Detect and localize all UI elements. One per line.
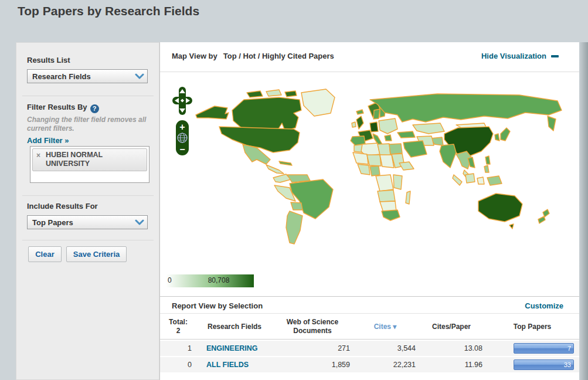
table-row: 0 ALL FIELDS 1,859 22,231 11.96 33 bbox=[160, 357, 580, 372]
country-greenland bbox=[301, 89, 335, 116]
country-usa bbox=[219, 127, 300, 152]
documents-header-line2: Documents bbox=[273, 327, 352, 335]
report-view-title: Report View by Selection bbox=[172, 301, 263, 310]
map-view-prefix: Map View by bbox=[172, 52, 217, 60]
col-header-cites-per-paper: Cites/Paper bbox=[418, 317, 485, 340]
research-field-link[interactable]: ALL FIELDS bbox=[206, 361, 249, 369]
sidebar-divider bbox=[22, 96, 154, 96]
results-list-value: Research Fields bbox=[28, 72, 132, 81]
cites-per-paper-value: 13.08 bbox=[418, 341, 485, 356]
filter-results-text: Filter Results By bbox=[27, 103, 87, 111]
total-label: Total: bbox=[160, 318, 196, 327]
sidebar-divider bbox=[22, 195, 154, 196]
country-argentina bbox=[286, 211, 303, 244]
col-header-top-papers: Top Papers bbox=[485, 317, 580, 340]
results-list-label: Results List bbox=[27, 56, 70, 65]
zoom-out-icon[interactable]: − bbox=[179, 144, 185, 154]
hide-visualization-link[interactable]: Hide Visualization bbox=[481, 52, 559, 60]
page-title: Top Papers by Research Fields bbox=[18, 4, 199, 18]
results-list-dropdown[interactable]: Research Fields bbox=[27, 69, 148, 83]
customize-link[interactable]: Customize bbox=[525, 301, 563, 310]
documents-value: 1,859 bbox=[273, 357, 352, 372]
country-japan bbox=[501, 128, 510, 141]
col-header-research-fields: Research Fields bbox=[196, 317, 273, 340]
remove-filter-icon[interactable]: × bbox=[36, 151, 40, 160]
country-saudi-arabia bbox=[403, 141, 427, 157]
active-filters-box: × HUBEI NORMAL UNIVERSITY bbox=[30, 146, 149, 183]
cites-header-label: Cites bbox=[374, 323, 391, 331]
world-choropleth-map[interactable] bbox=[191, 87, 575, 257]
country-brazil bbox=[290, 179, 333, 219]
save-criteria-button[interactable]: Save Criteria bbox=[66, 246, 127, 262]
cites-value: 22,231 bbox=[352, 357, 418, 372]
country-uk bbox=[356, 116, 363, 129]
help-icon[interactable]: ? bbox=[90, 104, 99, 113]
sidebar-divider bbox=[22, 240, 154, 240]
cites-value: 3,544 bbox=[352, 341, 418, 356]
include-results-dropdown[interactable]: Top Papers bbox=[27, 215, 148, 229]
country-madagascar bbox=[406, 191, 410, 204]
legend-min: 0 bbox=[168, 276, 172, 284]
chevron-down-icon bbox=[132, 70, 147, 83]
sidebar: Results List Research Fields Filter Resu… bbox=[16, 42, 159, 380]
row-count: 1 bbox=[160, 341, 196, 356]
table-row: 1 ENGINEERING 271 3,544 13.08 7 bbox=[160, 341, 580, 356]
map-color-legend: 0 80,708 bbox=[166, 274, 254, 287]
map-pan-control[interactable] bbox=[172, 87, 192, 116]
hide-visualization-label: Hide Visualization bbox=[481, 52, 546, 60]
country-alaska bbox=[196, 106, 229, 119]
top-papers-bar: 33 bbox=[514, 359, 574, 370]
country-australia bbox=[478, 194, 522, 222]
country-egypt bbox=[389, 144, 402, 154]
research-field-link[interactable]: ENGINEERING bbox=[206, 344, 258, 352]
map-zoom-control[interactable]: + − bbox=[175, 120, 189, 156]
sort-desc-icon: ▾ bbox=[393, 323, 396, 331]
visualization-panel: Map View byTop / Hot / Highly Cited Pape… bbox=[159, 42, 579, 380]
collapse-icon bbox=[551, 55, 559, 57]
documents-header-line1: Web of Science bbox=[273, 318, 352, 327]
filter-tag[interactable]: × HUBEI NORMAL UNIVERSITY bbox=[32, 148, 147, 171]
filter-tag-label: HUBEI NORMAL UNIVERSITY bbox=[46, 151, 103, 168]
chevron-down-icon bbox=[132, 216, 147, 229]
top-papers-page: Top Papers by Research Fields Results Li… bbox=[0, 0, 588, 380]
documents-value: 271 bbox=[273, 341, 352, 356]
country-germany bbox=[370, 122, 378, 132]
report-table: Total: 2 Research Fields Web of Science … bbox=[160, 315, 580, 374]
country-kazakhstan bbox=[413, 123, 444, 134]
country-india bbox=[440, 144, 456, 168]
report-view-header: Report View by Selection Customize bbox=[160, 296, 580, 314]
total-value: 2 bbox=[160, 327, 196, 335]
country-turkey bbox=[397, 131, 415, 138]
country-new-guinea bbox=[487, 176, 502, 185]
top-papers-bar: 7 bbox=[514, 343, 574, 354]
include-results-value: Top Papers bbox=[28, 218, 132, 227]
zoom-in-icon[interactable]: + bbox=[179, 122, 185, 132]
add-filter-link[interactable]: Add Filter » bbox=[27, 136, 69, 145]
country-russia bbox=[370, 94, 562, 122]
country-nigeria bbox=[370, 166, 380, 176]
header-divider bbox=[160, 72, 580, 72]
filter-results-label: Filter Results By? bbox=[27, 103, 99, 113]
col-header-documents: Web of Science Documents bbox=[273, 317, 352, 340]
col-header-total: Total: 2 bbox=[160, 317, 196, 340]
country-south-africa bbox=[382, 210, 400, 220]
clear-button[interactable]: Clear bbox=[28, 246, 62, 262]
col-header-cites[interactable]: Cites ▾ bbox=[352, 317, 418, 340]
country-new-zealand bbox=[543, 209, 549, 217]
include-results-label: Include Results For bbox=[27, 202, 98, 211]
cites-per-paper-value: 11.96 bbox=[418, 357, 485, 372]
page-right-gutter bbox=[579, 42, 588, 380]
map-view-title: Top / Hot / Highly Cited Papers bbox=[223, 52, 334, 60]
row-count: 0 bbox=[160, 357, 196, 372]
map-view-header: Map View byTop / Hot / Highly Cited Pape… bbox=[172, 52, 334, 60]
legend-max: 80,708 bbox=[208, 276, 230, 284]
filter-note: Changing the filter field removes all cu… bbox=[27, 116, 151, 133]
